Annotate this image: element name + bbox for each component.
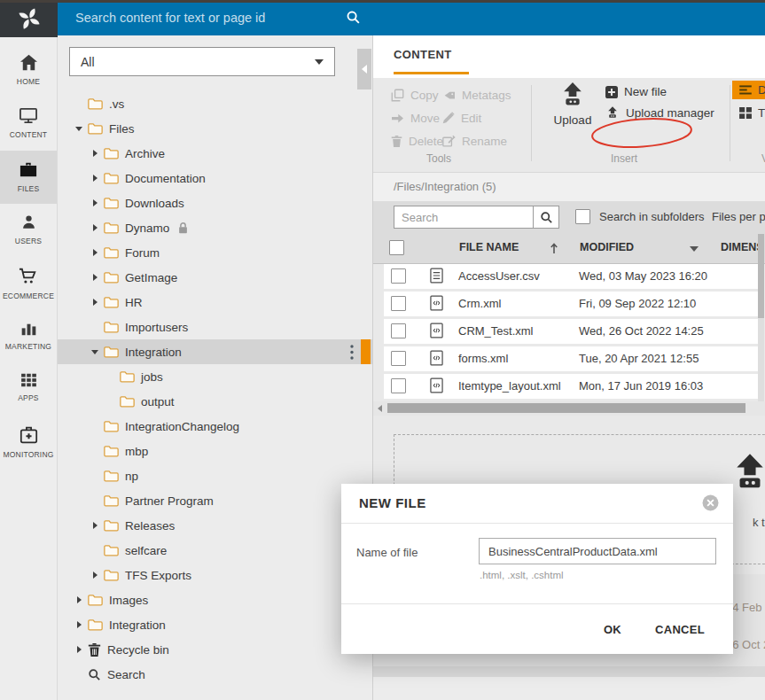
new-file-button[interactable]: New file (605, 85, 667, 98)
file-name: Itemtype_layout.xml (458, 379, 561, 393)
tree-item-releases[interactable]: Releases (58, 513, 372, 538)
sidebar-item-monitoring[interactable]: MONITORING (0, 416, 57, 470)
row-checkbox[interactable] (391, 296, 406, 311)
tree-item-files[interactable]: Files (58, 116, 372, 141)
file-row[interactable]: Itemtype_layout.xmlMon, 17 Jun 2019 16:0… (384, 374, 758, 399)
chevron-right-icon[interactable] (90, 175, 100, 182)
cancel-button[interactable]: CANCEL (653, 619, 706, 640)
chevron-right-icon[interactable] (90, 274, 100, 281)
delete-button[interactable]: Delete (391, 135, 442, 148)
sidebar-item-apps[interactable]: APPS (0, 363, 57, 416)
tree-item-integrationchangelog[interactable]: IntegrationChangelog (58, 414, 372, 439)
app-logo[interactable] (0, 0, 58, 37)
metatags-button[interactable]: Metatags (442, 89, 533, 102)
chevron-right-icon[interactable] (90, 199, 100, 206)
chevron-right-icon[interactable] (90, 522, 100, 529)
tab-content[interactable]: CONTENT (394, 48, 452, 61)
file-row[interactable]: forms.xmlTue, 20 Apr 2021 12:55 (384, 346, 758, 371)
panel-collapse-handle[interactable] (357, 49, 371, 89)
horizontal-scrollbar[interactable] (373, 401, 765, 416)
sidebar-item-marketing[interactable]: MARKETING (0, 310, 57, 363)
tree-item-integration[interactable]: Integration (58, 339, 372, 364)
tree-item-label: HR (125, 296, 143, 309)
tag-icon (442, 89, 456, 101)
ok-button[interactable]: OK (602, 619, 623, 640)
insert-group-label: Insert (611, 152, 637, 165)
copy-button[interactable]: Copy (391, 89, 442, 102)
file-row[interactable]: CRM_Test.xmlWed, 26 Oct 2022 14:25 (384, 319, 758, 344)
scrollbar-thumb[interactable] (387, 403, 745, 413)
tree-item-menu-kebab-icon[interactable] (350, 345, 354, 360)
row-checkbox[interactable] (391, 323, 406, 338)
sort-ascending-icon[interactable] (550, 242, 558, 258)
chevron-right-icon[interactable] (90, 572, 100, 579)
chevron-right-icon[interactable] (74, 646, 84, 653)
tree-item--vs[interactable]: .vs (58, 91, 372, 116)
row-checkbox[interactable] (391, 378, 406, 393)
sidebar-item-label: USERS (0, 237, 57, 245)
chevron-right-icon[interactable] (90, 249, 100, 256)
subfolders-checkbox[interactable] (575, 209, 590, 224)
rename-button[interactable]: Rename (442, 135, 533, 148)
folder-icon (88, 97, 103, 110)
tree-item-recycle-bin[interactable]: Recycle bin (58, 637, 372, 662)
chevron-right-icon[interactable] (90, 299, 100, 306)
sidebar-item-users[interactable]: USERS (0, 204, 57, 257)
upload-button[interactable]: Upload (547, 82, 598, 127)
tree-item-integration[interactable]: Integration (58, 612, 372, 637)
tree-item-images[interactable]: Images (58, 587, 372, 612)
move-button[interactable]: Move (391, 112, 442, 125)
upload-manager-button[interactable]: Upload manager (605, 106, 714, 120)
tree-filter-dropdown[interactable]: All (69, 47, 335, 76)
chevron-right-icon[interactable] (74, 596, 84, 603)
tree-item-dynamo[interactable]: Dynamo (58, 215, 372, 240)
column-header-file-name[interactable]: FILE NAME (459, 241, 519, 253)
tree-item-tfs-exports[interactable]: TFS Exports (58, 563, 372, 587)
edit-button[interactable]: Edit (442, 112, 533, 125)
file-search-button[interactable] (533, 206, 559, 229)
file-row[interactable]: AccessUser.csvWed, 03 May 2023 16:20 (384, 264, 758, 289)
chevron-down-icon[interactable] (74, 127, 84, 131)
edit-pencil-icon (442, 112, 455, 124)
sidebar-item-files[interactable]: FILES (0, 151, 57, 204)
tree-item-downloads[interactable]: Downloads (58, 191, 372, 215)
thumbnails-view-button[interactable]: Thu (732, 104, 765, 122)
tree-item-jobs[interactable]: jobs (58, 364, 372, 389)
sidebar-item-ecommerce[interactable]: ECOMMERCE (0, 257, 57, 310)
tree-item-search[interactable]: Search (58, 662, 372, 687)
details-view-button[interactable]: Det (732, 81, 765, 99)
column-menu-caret-icon[interactable] (690, 246, 699, 252)
vertical-scrollbar[interactable] (758, 234, 764, 401)
tree-item-output[interactable]: output (58, 389, 372, 414)
tree-item-documentation[interactable]: Documentation (58, 166, 372, 191)
tree-item-importusers[interactable]: Importusers (58, 315, 372, 339)
trash-icon (88, 642, 101, 657)
view-group-label: V (761, 152, 765, 165)
row-checkbox[interactable] (391, 351, 406, 366)
file-search-input[interactable] (394, 206, 533, 229)
row-checkbox[interactable] (391, 268, 406, 284)
chevron-right-icon[interactable] (90, 224, 100, 231)
chevron-right-icon[interactable] (74, 621, 84, 628)
global-search-bar[interactable]: Search content for text or page id (58, 0, 765, 35)
chevron-right-icon[interactable] (90, 150, 100, 157)
sidebar-item-home[interactable]: HOME (0, 44, 57, 97)
tree-item-hr[interactable]: HR (58, 290, 372, 315)
tree-item-getimage[interactable]: GetImage (58, 265, 372, 290)
tree-item-forum[interactable]: Forum (58, 240, 372, 265)
search-icon[interactable] (346, 10, 361, 25)
close-icon[interactable] (702, 494, 719, 511)
chevron-down-icon[interactable] (90, 350, 100, 354)
sidebar-item-content[interactable]: CONTENT (0, 97, 57, 151)
tree-item-selfcare[interactable]: selfcare (58, 538, 372, 563)
tree-item-partner-program[interactable]: Partner Program (58, 488, 372, 513)
tree-item-mbp[interactable]: mbp (58, 439, 372, 463)
tree-item-np[interactable]: np (58, 463, 372, 488)
file-row[interactable]: Crm.xmlFri, 09 Sep 2022 12:10 (384, 292, 758, 316)
tree-item-archive[interactable]: Archive (58, 141, 372, 166)
column-header-modified[interactable]: MODIFIED (580, 241, 634, 253)
scroll-left-arrow-icon[interactable] (378, 405, 382, 412)
select-all-checkbox[interactable] (389, 240, 404, 255)
file-name-input[interactable] (479, 538, 716, 564)
folder-icon (104, 197, 119, 209)
